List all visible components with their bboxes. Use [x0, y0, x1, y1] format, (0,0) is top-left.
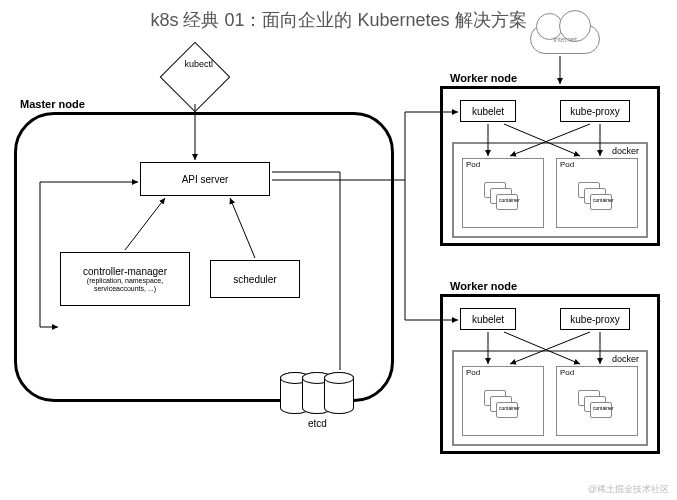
controller-manager-box: controller-manager (replication, namespa… [60, 252, 190, 306]
docker-label-2: docker [612, 354, 639, 364]
containers-2a: container [484, 390, 522, 418]
pod-label-2b: Pod [560, 368, 574, 377]
etcd-cylinder [324, 372, 354, 414]
internet-cloud: Internet [530, 24, 600, 54]
watermark: @稀土掘金技术社区 [588, 483, 669, 496]
master-label: Master node [20, 98, 85, 110]
kubelet-box-2: kubelet [460, 308, 516, 330]
diagram-canvas: Internet kubectl Master node API server … [0, 32, 677, 500]
kubectl-diamond: kubectl [160, 42, 231, 113]
pod-label-2a: Pod [466, 368, 480, 377]
kubelet-box-1: kubelet [460, 100, 516, 122]
worker2-label: Worker node [450, 280, 517, 292]
containers-1a: container [484, 182, 522, 210]
cm-subtitle: (replication, namespace, serviceaccounts… [61, 277, 189, 292]
cm-title: controller-manager [83, 266, 167, 277]
containers-1b: container [578, 182, 616, 210]
containers-2b: container [578, 390, 616, 418]
kubeproxy-box-1: kube-proxy [560, 100, 630, 122]
kubeproxy-box-2: kube-proxy [560, 308, 630, 330]
scheduler-box: scheduler [210, 260, 300, 298]
docker-label-1: docker [612, 146, 639, 156]
worker1-label: Worker node [450, 72, 517, 84]
api-server-box: API server [140, 162, 270, 196]
pod-label-1b: Pod [560, 160, 574, 169]
pod-label-1a: Pod [466, 160, 480, 169]
etcd-label: etcd [308, 418, 327, 429]
